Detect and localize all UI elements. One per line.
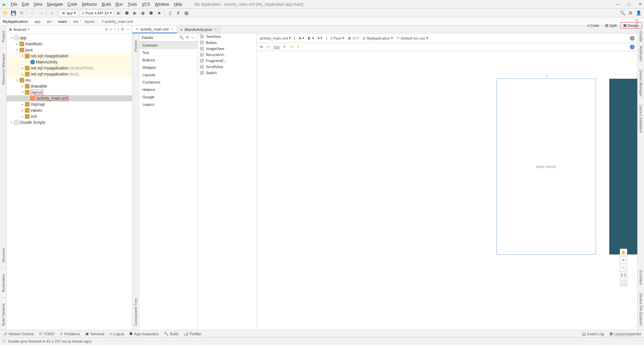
tab-mainactivity[interactable]: ●MainActivity.java✕ (177, 26, 220, 33)
view-split[interactable]: ▥ Split (602, 22, 619, 28)
tool-logcat[interactable]: ≡ Logcat (110, 332, 124, 336)
crumb[interactable]: res (73, 19, 78, 23)
layout-insp-icon[interactable]: ▦ (183, 10, 190, 16)
tree-node[interactable]: ▾net.xqf.myapplication (7, 53, 132, 59)
menu-tools[interactable]: Tools (125, 2, 139, 7)
tool-gradle[interactable]: Gradle (639, 31, 643, 42)
component-tree-tab[interactable]: Component Tree (134, 298, 138, 326)
orientation-btn[interactable]: ◐ ▾ (308, 36, 314, 40)
tree-node[interactable]: ▸mipmap (7, 101, 132, 107)
back-icon[interactable]: ← (29, 10, 36, 16)
tool-event-log[interactable]: 🕮 Event Log (582, 332, 604, 336)
tree-node[interactable]: ▾layout (7, 89, 132, 95)
theme-selector[interactable]: ◎ MyApplication ▾ (362, 36, 393, 40)
hide-icon[interactable]: — (126, 27, 130, 32)
tree-node[interactable]: ▾res (7, 77, 132, 83)
menu-navigate[interactable]: Navigate (45, 2, 65, 7)
forward-icon[interactable]: → (37, 10, 44, 16)
blueprint-preview[interactable]: Hello World! (609, 79, 637, 255)
tree-node[interactable]: ▸drawable (7, 83, 132, 89)
profile-icon[interactable]: ◉ (140, 10, 146, 16)
surface-btn[interactable]: ◈ ▾ (299, 36, 304, 40)
autoconnect-icon[interactable]: ⬡ (267, 45, 270, 49)
menu-vcs[interactable]: VCS (139, 2, 153, 7)
menu-edit[interactable]: Edit (19, 2, 31, 7)
zoom-in[interactable]: + (620, 256, 627, 264)
crumb[interactable]: main (58, 19, 67, 23)
menu-refactor[interactable]: Refactor (80, 2, 99, 7)
tool-resource-mgr[interactable]: Resource Manager (1, 53, 5, 85)
tool-problems[interactable]: ⚠ Problems (60, 332, 80, 336)
gear-icon[interactable]: ⚙ (186, 35, 189, 40)
guideline-icon[interactable]: I (297, 45, 298, 49)
stop-icon[interactable]: ■ (156, 10, 163, 16)
tool-app-inspection[interactable]: ⬢ App Inspection (129, 332, 159, 336)
coverage-icon[interactable]: ▶ (132, 10, 138, 16)
tool-bookmarks[interactable]: Bookmarks (1, 274, 5, 292)
palette-component[interactable]: Button (198, 40, 257, 46)
module-selector[interactable]: ▣app ▾ (59, 10, 78, 16)
make-icon[interactable]: ↘ (48, 10, 55, 16)
crumb[interactable]: layout (85, 19, 94, 23)
status-icon[interactable]: ☐ (3, 339, 6, 343)
tool-layout-validation[interactable]: Layout Validation (639, 105, 643, 133)
tool-terminal[interactable]: ▣ Terminal (85, 332, 104, 336)
target-icon[interactable]: ⊕ (105, 27, 108, 32)
palette-category[interactable]: Layouts (139, 71, 198, 79)
crumb[interactable]: activity_main.xml (105, 19, 133, 23)
visibility-icon[interactable]: 👁 (260, 45, 263, 49)
tool-project[interactable]: Project (1, 31, 5, 42)
menu-window[interactable]: Window (153, 2, 172, 7)
run-icon[interactable]: ▶ (116, 10, 122, 16)
tree-node[interactable]: ▸xml (7, 113, 132, 119)
preview-textview[interactable]: Hello World! (536, 165, 556, 169)
clear-icon[interactable]: ✕ (283, 45, 286, 49)
palette-category[interactable]: Buttons (139, 56, 198, 64)
project-scope[interactable]: Android (13, 28, 26, 32)
api-level[interactable]: ▣ 33 ▾ (348, 36, 359, 40)
palette-component[interactable]: FragmentC... (198, 58, 257, 64)
palette-category[interactable]: Helpers (139, 86, 198, 93)
close-icon[interactable]: ✕ (638, 2, 642, 7)
project-tree[interactable]: ▾app▸manifests▾java▾net.xqf.myapplicatio… (7, 34, 132, 330)
zoom-out[interactable]: − (620, 264, 627, 271)
tree-node[interactable]: ▾app (7, 35, 132, 41)
sync-icon[interactable]: ↻ (18, 10, 25, 16)
tree-node[interactable]: ▸values (7, 107, 132, 113)
maximize-icon[interactable]: ◻ (627, 2, 631, 7)
view-code[interactable]: ≡ Code (585, 23, 602, 28)
sort-icon[interactable]: ÷ (114, 27, 116, 32)
search-icon[interactable]: 🔍 (619, 10, 626, 16)
view-design[interactable]: ▦ Design (620, 22, 642, 29)
design-canvas[interactable]: ⫯ ⫯ Hello World! Hello World! ✋ + − 1:1 … (257, 51, 637, 330)
tool-device-file-explorer[interactable]: Device File Explorer (639, 293, 643, 326)
palette-category[interactable]: Text (139, 49, 198, 56)
open-icon[interactable]: 📁 (2, 10, 9, 16)
pan-icon[interactable]: ✋ (620, 249, 627, 256)
tool-todo[interactable]: ☑ TODO (39, 332, 54, 336)
crumb[interactable]: app (34, 19, 40, 23)
infer-icon[interactable]: ✨ (289, 45, 294, 49)
device-selector[interactable]: ▯Pixel 4 API 33 ▾ (80, 10, 114, 16)
menu-view[interactable]: View (31, 2, 45, 7)
palette-category[interactable]: Legacy (139, 101, 198, 108)
tree-node[interactable]: activity_main.xml (7, 95, 132, 101)
tab-activity-main[interactable]: ⬘activity_main.xml✕ (132, 26, 177, 33)
night-btn[interactable]: ● ▾ (317, 36, 323, 40)
tool-build-variants[interactable]: Build Variants (1, 303, 5, 326)
tree-node[interactable]: ▸Gradle Scripts (7, 119, 132, 126)
avd-icon[interactable]: ▯ (167, 10, 174, 16)
zoom-frame[interactable]: ⛶ (620, 279, 627, 286)
palette-component[interactable]: RecyclerVi... (198, 52, 257, 58)
palette-tab[interactable]: Palette (134, 40, 138, 52)
tool-build[interactable]: 🔨 Build (164, 332, 178, 336)
design-preview[interactable]: Hello World! (497, 79, 596, 255)
locale-selector[interactable]: ⚐ Default (en-us) ▾ (396, 36, 428, 40)
user-icon[interactable]: 👤 (635, 10, 642, 16)
palette-category[interactable]: Google (139, 93, 198, 101)
layout-file-selector[interactable]: activity_main.xml ▾ (260, 36, 291, 40)
menu-help[interactable]: Help (171, 2, 184, 7)
tree-node[interactable]: ▸net.xqf.myapplication (androidTest) (7, 65, 132, 71)
crumb[interactable]: MyApplication (3, 19, 28, 23)
close-icon[interactable]: ✕ (171, 27, 173, 31)
